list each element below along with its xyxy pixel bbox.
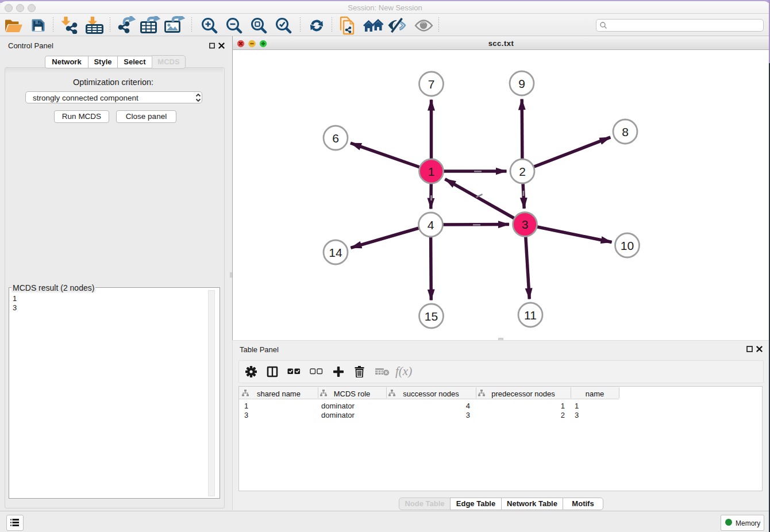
svg-text:7: 7 [428,78,435,91]
svg-text:4: 4 [428,218,434,232]
svg-text:15: 15 [425,310,438,323]
svg-text:8: 8 [622,125,629,138]
svg-text:10: 10 [621,239,634,252]
svg-text:14: 14 [329,246,342,259]
svg-text:3: 3 [522,218,529,231]
svg-text:1: 1 [428,165,435,178]
svg-text:11: 11 [524,309,537,322]
svg-text:9: 9 [518,77,525,90]
svg-text:6: 6 [332,132,339,145]
svg-text:2: 2 [519,165,526,178]
